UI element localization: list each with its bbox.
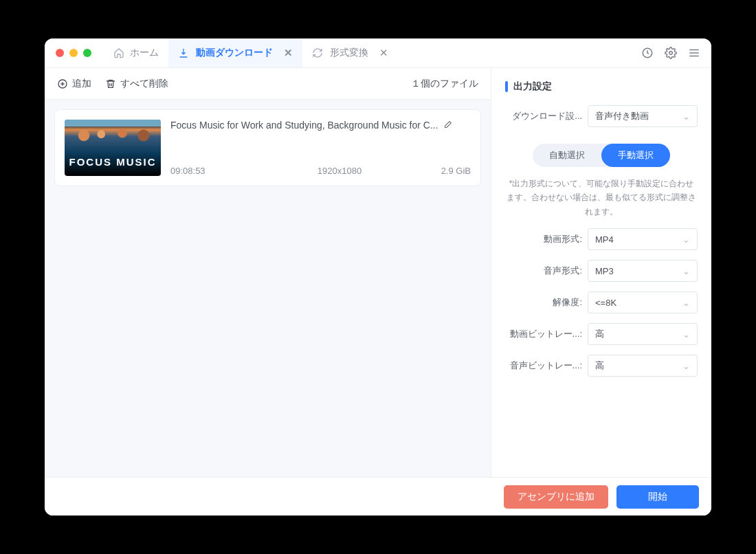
file-count: １個のファイル xyxy=(411,78,478,90)
close-tab-icon[interactable]: ✕ xyxy=(379,47,388,59)
file-size: 2.9 GiB xyxy=(402,166,471,176)
add-to-assembly-button[interactable]: アセンブリに追加 xyxy=(504,485,608,509)
video-format-label: 動画形式: xyxy=(505,233,582,245)
download-setting-select[interactable]: 音声付き動画 ⌄ xyxy=(588,105,698,127)
settings-icon[interactable] xyxy=(665,47,677,59)
content: 追加 すべて削除 １個のファイル FOCUS MUSIC Focus Music… xyxy=(45,67,711,477)
left-pane: 追加 すべて削除 １個のファイル FOCUS MUSIC Focus Music… xyxy=(45,68,491,477)
tab-convert[interactable]: 形式変換 ✕ xyxy=(302,38,398,67)
menu-icon[interactable] xyxy=(688,47,700,59)
app-window: ホーム 動画ダウンロード ✕ 形式変換 ✕ xyxy=(45,38,711,516)
home-label: ホーム xyxy=(130,47,159,59)
chevron-down-icon: ⌄ xyxy=(682,298,690,308)
audio-bitrate-select[interactable]: 高 ⌄ xyxy=(588,355,698,377)
traffic-lights xyxy=(56,49,104,57)
file-info: Focus Music for Work and Studying, Backg… xyxy=(170,120,471,176)
chevron-down-icon: ⌄ xyxy=(682,234,690,245)
edit-icon[interactable] xyxy=(443,120,452,130)
close-window[interactable] xyxy=(56,49,64,57)
tab-download[interactable]: 動画ダウンロード ✕ xyxy=(168,38,302,67)
tab-bar: ホーム 動画ダウンロード ✕ 形式変換 ✕ xyxy=(104,38,641,67)
chevron-down-icon: ⌄ xyxy=(682,361,690,371)
audio-format-label: 音声形式: xyxy=(505,265,582,277)
tab-download-label: 動画ダウンロード xyxy=(196,47,273,59)
tab-convert-label: 形式変換 xyxy=(330,47,368,59)
segment-manual[interactable]: 手動選択 xyxy=(601,144,670,167)
add-label: 追加 xyxy=(72,78,91,90)
thumbnail: FOCUS MUSIC xyxy=(65,120,161,176)
titlebar: ホーム 動画ダウンロード ✕ 形式変換 ✕ xyxy=(45,38,711,67)
segment-auto[interactable]: 自動選択 xyxy=(533,144,601,167)
home-icon xyxy=(113,47,124,58)
file-toolbar: 追加 すべて削除 １個のファイル xyxy=(45,68,491,100)
video-bitrate-select[interactable]: 高 ⌄ xyxy=(588,323,698,345)
close-tab-icon[interactable]: ✕ xyxy=(284,47,293,59)
delete-all-label: すべて削除 xyxy=(120,78,168,90)
delete-all-button[interactable]: すべて削除 xyxy=(105,78,168,90)
svg-point-1 xyxy=(669,52,673,55)
settings-pane: 出力設定 ダウンロード設... 音声付き動画 ⌄ 自動選択 手動選択 *出力形式… xyxy=(491,68,711,477)
refresh-icon xyxy=(312,47,323,58)
settings-note: *出力形式について、可能な限り手動設定に合わせます。合わせない場合は、最も似てる… xyxy=(505,177,698,219)
video-format-select[interactable]: MP4 ⌄ xyxy=(588,228,698,250)
thumbnail-text: FOCUS MUSIC xyxy=(65,156,161,168)
history-icon[interactable] xyxy=(641,47,654,59)
file-list: FOCUS MUSIC Focus Music for Work and Stu… xyxy=(45,100,491,477)
chevron-down-icon: ⌄ xyxy=(682,329,690,340)
footer: アセンブリに追加 開始 xyxy=(45,477,711,516)
audio-bitrate-label: 音声ビットレー...: xyxy=(505,359,582,372)
start-button[interactable]: 開始 xyxy=(616,485,699,509)
file-duration: 09:08:53 xyxy=(170,166,277,176)
download-icon xyxy=(178,47,189,58)
download-setting-label: ダウンロード設... xyxy=(505,110,582,122)
chevron-down-icon: ⌄ xyxy=(682,111,690,122)
minimize-window[interactable] xyxy=(69,49,78,57)
resolution-select[interactable]: <=8K ⌄ xyxy=(588,291,698,313)
resolution-label: 解像度: xyxy=(505,296,582,309)
audio-format-select[interactable]: MP3 ⌄ xyxy=(588,260,698,282)
file-meta: 09:08:53 1920x1080 2.9 GiB xyxy=(170,166,471,176)
mode-segment: 自動選択 手動選択 xyxy=(533,144,670,167)
video-bitrate-label: 動画ビットレー...: xyxy=(505,328,582,340)
file-card[interactable]: FOCUS MUSIC Focus Music for Work and Stu… xyxy=(54,109,481,186)
home-tab[interactable]: ホーム xyxy=(104,38,168,67)
file-resolution: 1920x1080 xyxy=(277,166,402,176)
settings-title: 出力設定 xyxy=(505,80,698,93)
add-button[interactable]: 追加 xyxy=(57,78,91,90)
maximize-window[interactable] xyxy=(83,49,91,57)
chevron-down-icon: ⌄ xyxy=(682,266,690,276)
file-title-row: Focus Music for Work and Studying, Backg… xyxy=(170,120,471,131)
file-title: Focus Music for Work and Studying, Backg… xyxy=(170,120,438,131)
